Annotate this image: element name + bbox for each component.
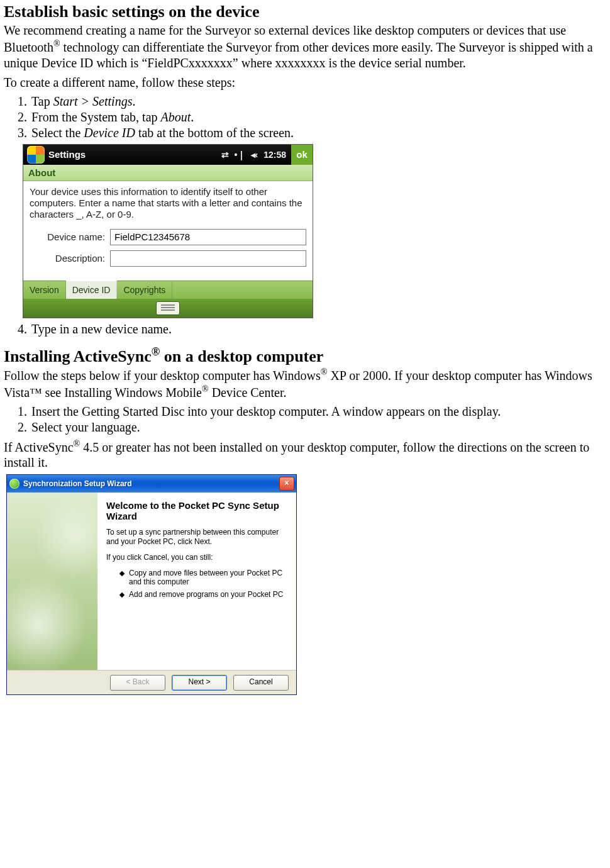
clock[interactable]: 12:58 (263, 150, 286, 160)
wizard-p2: If you click Cancel, you can still: (106, 553, 286, 562)
input-device-name[interactable] (110, 229, 306, 245)
steps-list-2: Insert the Getting Started Disc into you… (4, 404, 606, 435)
bullet-1: Copy and move files between your Pocket … (120, 569, 286, 586)
intro-steps-lead: To create a different name, follow these… (4, 75, 606, 91)
registered-mark: ® (152, 345, 160, 358)
panel-title-about: About (23, 165, 313, 181)
client-area: Welcome to the Pocket PC Sync Setup Wiza… (7, 492, 296, 670)
step-2: Select your language. (30, 420, 606, 435)
step-3: Select the Device ID tab at the bottom o… (30, 126, 606, 140)
steps-list-1b: Type in a new device name. (4, 322, 606, 337)
registered-mark: ® (74, 439, 80, 448)
menu-path: Start > Settings (53, 94, 133, 108)
label-description: Description: (30, 253, 110, 264)
sync-icon[interactable]: ⇄ (221, 150, 229, 160)
device-id-tab: Device ID (84, 126, 135, 140)
row-device-name: Device name: (30, 229, 306, 245)
instruction-text: Your device uses this information to ide… (30, 186, 306, 220)
tab-device-id[interactable]: Device ID (66, 281, 118, 299)
step-1: Tap Start > Settings. (30, 94, 606, 109)
step-4: Type in a new device name. (30, 322, 606, 337)
text: . (132, 94, 135, 108)
registered-mark: ® (321, 367, 328, 377)
back-button: < Back (110, 675, 165, 691)
wizard-footer: < Back Next > Cancel (7, 670, 296, 694)
activesync-note: If ActiveSync® 4.5 or greater has not be… (4, 438, 606, 471)
text: Select the (31, 126, 84, 140)
panel-body: Your device uses this information to ide… (23, 181, 313, 281)
window-title: Settings (48, 149, 86, 160)
text: If ActiveSync (4, 440, 74, 453)
keyboard-icon[interactable] (156, 301, 180, 315)
text: From the System tab, tap (31, 110, 161, 124)
bullet-2: Add and remove programs on your Pocket P… (120, 590, 286, 599)
sip-bar (23, 299, 313, 318)
start-icon[interactable] (27, 146, 45, 164)
heading-install-activesync: Installing ActiveSync® on a desktop comp… (4, 345, 606, 366)
input-description[interactable] (110, 250, 306, 267)
next-button[interactable]: Next > (172, 675, 227, 691)
cancel-button[interactable]: Cancel (233, 675, 289, 691)
ok-button[interactable]: ok (291, 145, 313, 165)
text: Tap (31, 94, 53, 108)
steps-list-1: Tap Start > Settings. From the System ta… (4, 94, 606, 140)
row-description: Description: (30, 250, 306, 267)
label-device-name: Device name: (30, 231, 110, 242)
wizard-side-graphic (7, 492, 97, 670)
window-title: Synchronization Setup Wizard (23, 479, 279, 488)
text: technology can differentiate the Surveyo… (4, 40, 593, 70)
title-bar: Synchronization Setup Wizard × (7, 475, 296, 492)
step-2: From the System tab, tap About. (30, 110, 606, 125)
intro-paragraph: We recommend creating a name for the Sur… (4, 23, 606, 71)
heading-establish-settings: Establish basic settings on the device (4, 3, 606, 21)
screenshot-sync-wizard: Synchronization Setup Wizard × Welcome t… (6, 474, 297, 695)
wizard-main: Welcome to the Pocket PC Sync Setup Wiza… (97, 492, 296, 670)
system-tray: ⇄ •❘ ◂‹ 12:58 (221, 150, 286, 160)
wizard-p1: To set up a sync partnership between thi… (106, 528, 286, 547)
activesync-paragraph: Follow the steps below if your desktop c… (4, 367, 606, 400)
about-item: About (161, 110, 191, 124)
wizard-bullets: Copy and move files between your Pocket … (120, 569, 286, 599)
text: Device Center. (209, 386, 287, 399)
close-button[interactable]: × (279, 477, 294, 491)
tab-copyrights[interactable]: Copyrights (117, 281, 172, 299)
tab-bar: Version Device ID Copyrights (23, 281, 313, 299)
wizard-heading: Welcome to the Pocket PC Sync Setup Wiza… (106, 500, 286, 521)
text: Follow the steps below if your desktop c… (4, 369, 321, 382)
text: on a desktop computer (160, 347, 323, 365)
registered-mark: ® (202, 384, 209, 394)
text: tab at the bottom of the screen. (135, 126, 294, 140)
text: 4.5 or greater has not been installed on… (4, 440, 589, 469)
text: . (191, 110, 194, 124)
registered-mark: ® (53, 39, 60, 48)
volume-icon[interactable]: ◂‹ (251, 150, 258, 160)
step-1: Insert the Getting Started Disc into you… (30, 404, 606, 419)
screenshot-settings-about: Settings ⇄ •❘ ◂‹ 12:58 ok About Your dev… (23, 144, 313, 318)
signal-icon[interactable]: •❘ (235, 150, 245, 160)
activesync-icon (9, 479, 19, 489)
title-bar: Settings ⇄ •❘ ◂‹ 12:58 ok (23, 145, 313, 165)
tab-version[interactable]: Version (23, 281, 66, 299)
text: Installing ActiveSync (4, 347, 152, 365)
